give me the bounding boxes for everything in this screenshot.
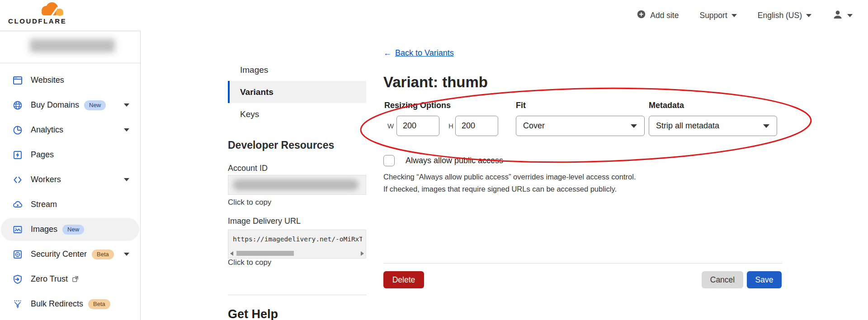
public-access-row: Always allow public access xyxy=(383,155,503,166)
back-link-label: Back to Variants xyxy=(395,48,454,58)
beta-badge: Beta xyxy=(92,249,114,259)
chevron-down-icon xyxy=(847,14,853,17)
add-site-button[interactable]: Add site xyxy=(637,9,679,21)
account-id-redacted xyxy=(233,179,359,190)
external-link-icon xyxy=(72,276,79,282)
sidebar-item-label: Workers xyxy=(31,175,61,184)
images-subnav: Images Variants Keys xyxy=(228,59,366,125)
chevron-down-icon xyxy=(731,14,737,17)
sidebar-nav: Websites Buy Domains New Analytics Pages xyxy=(0,68,140,316)
image-delivery-url-value: https://imagedelivery.net/-oMiRxTr xyxy=(233,235,362,243)
chevron-down-icon[interactable] xyxy=(124,104,129,107)
fit-label: Fit xyxy=(516,101,526,110)
scrollbar-thumb[interactable] xyxy=(236,251,294,256)
code-brackets-icon xyxy=(12,174,23,185)
back-arrow-icon: ← xyxy=(383,48,392,58)
pie-chart-icon xyxy=(12,125,23,136)
resizing-options-label: Resizing Options xyxy=(384,101,451,110)
sidebar-item-label: Buy Domains xyxy=(31,100,79,110)
stream-cloud-play-icon xyxy=(12,199,23,210)
beta-badge: Beta xyxy=(88,299,110,309)
height-label: H xyxy=(448,122,453,130)
subnav-item-images[interactable]: Images xyxy=(228,59,366,81)
fit-selected-value: Cover xyxy=(523,121,545,131)
account-name-row[interactable] xyxy=(0,31,140,63)
sidebar-item-security-center[interactable]: Security Center Beta xyxy=(0,242,140,267)
save-button[interactable]: Save xyxy=(747,271,782,288)
sidebar-item-label: Analytics xyxy=(31,125,63,135)
metadata-label: Metadata xyxy=(649,101,684,110)
top-bar-actions: Add site Support English (US) xyxy=(637,0,853,31)
lightning-page-icon xyxy=(12,150,23,160)
height-input[interactable] xyxy=(455,116,498,136)
sidebar-item-label: Stream xyxy=(31,200,57,209)
width-input[interactable] xyxy=(396,116,439,136)
sidebar-item-analytics[interactable]: Analytics xyxy=(0,118,140,142)
sidebar-item-zero-trust[interactable]: Zero Trust xyxy=(0,267,140,292)
chevron-down-icon[interactable] xyxy=(124,178,129,181)
always-allow-public-access-checkbox[interactable] xyxy=(383,155,395,166)
cancel-button[interactable]: Cancel xyxy=(702,271,743,288)
scroll-left-arrow-icon[interactable] xyxy=(230,251,233,256)
account-id-box[interactable] xyxy=(228,175,366,195)
sidebar-item-label: Pages xyxy=(31,150,54,160)
security-center-icon xyxy=(12,249,23,260)
sidebar-item-websites[interactable]: Websites xyxy=(0,68,140,93)
support-menu[interactable]: Support xyxy=(699,11,736,20)
support-label: Support xyxy=(699,11,727,20)
subnav-item-keys[interactable]: Keys xyxy=(228,103,366,125)
note-line-2: If checked, images that require signed U… xyxy=(383,183,636,195)
chevron-down-icon[interactable] xyxy=(124,128,129,132)
sidebar-item-label: Websites xyxy=(31,75,64,85)
metadata-select[interactable]: Strip all metadata xyxy=(649,116,777,136)
sidebar-item-workers[interactable]: Workers xyxy=(0,167,140,192)
width-label: W xyxy=(387,122,394,130)
fit-select[interactable]: Cover xyxy=(516,116,645,136)
image-icon xyxy=(12,224,23,235)
account-name-redacted xyxy=(30,39,115,52)
language-menu[interactable]: English (US) xyxy=(758,11,811,20)
cloudflare-logo[interactable]: CLOUDFLARE xyxy=(8,1,69,26)
funnel-icon xyxy=(12,299,23,310)
globe-icon xyxy=(12,100,23,111)
sidebar-item-label: Bulk Redirects xyxy=(31,299,83,309)
chevron-down-icon xyxy=(806,14,811,17)
user-icon xyxy=(832,9,843,22)
add-site-label: Add site xyxy=(650,11,679,20)
sidebar-item-label: Images xyxy=(31,225,57,234)
subnav-item-variants[interactable]: Variants xyxy=(228,81,366,103)
get-help-heading: Get Help xyxy=(228,307,278,320)
sidebar-item-pages[interactable]: Pages xyxy=(0,142,140,167)
back-to-variants-link[interactable]: ← Back to Variants xyxy=(383,48,454,58)
new-badge: New xyxy=(84,100,106,110)
top-bar: CLOUDFLARE Add site Support English (US) xyxy=(0,0,868,31)
subnav-item-label: Variants xyxy=(240,87,274,97)
sidebar-item-buy-domains[interactable]: Buy Domains New xyxy=(0,93,140,118)
metadata-selected-value: Strip all metadata xyxy=(656,121,719,131)
sidebar-item-images[interactable]: Images New xyxy=(0,217,140,242)
public-access-note: Checking “Always allow public access” ov… xyxy=(383,171,636,195)
account-id-copy-hint[interactable]: Click to copy xyxy=(228,198,271,207)
sidebar-item-stream[interactable]: Stream xyxy=(0,192,140,217)
chevron-down-icon xyxy=(631,124,637,128)
middle-column-divider xyxy=(228,295,366,295)
chevron-down-icon[interactable] xyxy=(124,253,129,256)
image-delivery-url-box[interactable]: https://imagedelivery.net/-oMiRxTr xyxy=(228,230,366,259)
chevron-down-icon xyxy=(763,124,769,128)
account-menu[interactable] xyxy=(832,9,853,22)
form-footer-divider xyxy=(383,263,782,264)
subnav-item-label: Images xyxy=(240,65,268,75)
image-delivery-url-label: Image Delivery URL xyxy=(228,216,301,226)
sidebar-item-bulk-redirects[interactable]: Bulk Redirects Beta xyxy=(0,292,140,316)
language-label: English (US) xyxy=(758,11,802,20)
scroll-right-arrow-icon[interactable] xyxy=(361,251,364,256)
page-title: Variant: thumb xyxy=(383,74,488,91)
public-access-checkbox-label: Always allow public access xyxy=(406,156,503,165)
sidebar-item-label: Security Center xyxy=(31,249,87,259)
subnav-item-label: Keys xyxy=(240,109,259,119)
delete-button[interactable]: Delete xyxy=(383,271,424,288)
developer-resources-heading: Developer Resources xyxy=(228,139,334,151)
horizontal-scrollbar[interactable] xyxy=(230,250,364,256)
url-copy-hint[interactable]: Click to copy xyxy=(228,258,271,267)
sidebar-right-divider xyxy=(140,31,141,320)
